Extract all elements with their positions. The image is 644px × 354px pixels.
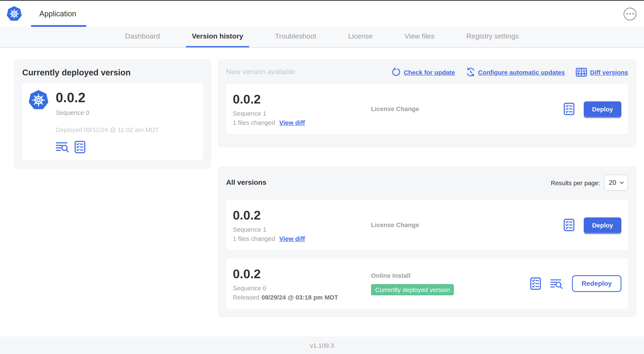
deployed-sequence: Sequence 0	[56, 109, 159, 116]
currently-deployed-badge: Currently deployed version	[371, 284, 454, 295]
version-row: 0.0.2 Sequence 0 Released08/29/24 @ 03:1…	[226, 258, 628, 309]
currently-deployed-panel: Currently deployed version 0.0.2 Sequen	[14, 59, 212, 169]
config-checklist-icon[interactable]	[74, 141, 86, 153]
config-checklist-icon[interactable]	[564, 219, 574, 231]
diff-versions-link[interactable]: Diff versions	[576, 68, 628, 77]
check-for-update-link[interactable]: Check for update	[392, 68, 455, 77]
version-source: License Change	[371, 221, 419, 228]
app-title[interactable]: Application	[39, 10, 76, 18]
more-menu-button[interactable]	[624, 7, 636, 20]
config-checklist-icon[interactable]	[564, 103, 574, 115]
config-checklist-icon[interactable]	[530, 277, 541, 290]
new-version-panel: New version available Check for update	[218, 59, 636, 147]
tab-view-files[interactable]: View files	[399, 27, 440, 47]
new-version-card: 0.0.2 Sequence 1 1 files changed View di…	[226, 84, 628, 134]
all-versions-panel: All versions Results per page: 20	[218, 166, 636, 317]
deployed-timestamp: Deployed 09/11/24 @ 11:02 am MDT	[56, 126, 159, 133]
tab-registry-settings[interactable]: Registry settings	[460, 27, 525, 47]
redeploy-button[interactable]: Redeploy	[572, 275, 622, 292]
results-per-page-label: Results per page:	[551, 179, 600, 186]
version-row: 0.0.2 Sequence 1 1 files changed View di…	[226, 200, 628, 250]
tab-troubleshoot[interactable]: Troubleshoot	[269, 27, 322, 47]
version-sequence: Sequence 0	[233, 284, 371, 291]
tab-version-history[interactable]: Version history	[186, 27, 249, 47]
version-number: 0.0.2	[233, 92, 371, 107]
version-number: 0.0.2	[233, 266, 371, 281]
view-diff-link[interactable]: View diff	[279, 235, 305, 242]
footer: v1.109.3	[0, 336, 644, 354]
tab-dashboard[interactable]: Dashboard	[119, 27, 166, 47]
chevron-down-icon	[620, 181, 624, 184]
all-versions-heading: All versions	[226, 178, 266, 187]
files-changed-text: 1 files changed	[233, 235, 275, 242]
currently-deployed-heading: Currently deployed version	[22, 68, 203, 78]
kubernetes-logo-icon	[6, 6, 22, 22]
diff-icon	[576, 68, 587, 77]
new-version-heading: New version available	[226, 68, 296, 76]
deploy-button[interactable]: Deploy	[584, 217, 622, 233]
active-app-indicator	[31, 25, 86, 27]
version-number: 0.0.2	[233, 208, 371, 223]
released-timestamp: Released08/29/24 @ 03:18 pm MDT	[233, 294, 371, 301]
view-logs-icon[interactable]	[550, 278, 563, 289]
results-per-page-select[interactable]: 20	[604, 175, 628, 191]
version-sequence: Sequence 1	[233, 110, 371, 117]
console-version: v1.109.3	[310, 342, 334, 349]
ellipsis-icon	[626, 13, 628, 15]
kubernetes-logo-icon	[28, 90, 49, 111]
version-sequence: Sequence 1	[233, 226, 371, 233]
deployed-version-number: 0.0.2	[56, 90, 159, 106]
kots-admin-console: Application Dashboard Version history Tr…	[0, 0, 644, 354]
view-diff-link[interactable]: View diff	[279, 119, 305, 126]
tab-license[interactable]: License	[342, 27, 378, 47]
version-source: Online Install	[371, 272, 530, 279]
configure-automatic-updates-link[interactable]: Configure automatic updates	[466, 68, 565, 77]
refresh-icon	[392, 68, 401, 77]
view-logs-icon[interactable]	[56, 142, 69, 153]
top-bar: Application	[0, 0, 644, 27]
app-nav-tabs: Dashboard Version history Troubleshoot L…	[0, 27, 644, 48]
schedule-icon	[466, 68, 475, 77]
currently-deployed-card: 0.0.2 Sequence 0 Deployed 09/11/24 @ 11:…	[22, 83, 203, 160]
main-content: Currently deployed version 0.0.2 Sequen	[0, 48, 644, 336]
version-source: License Change	[371, 105, 419, 112]
files-changed-text: 1 files changed	[233, 119, 275, 126]
deploy-button[interactable]: Deploy	[584, 101, 622, 117]
